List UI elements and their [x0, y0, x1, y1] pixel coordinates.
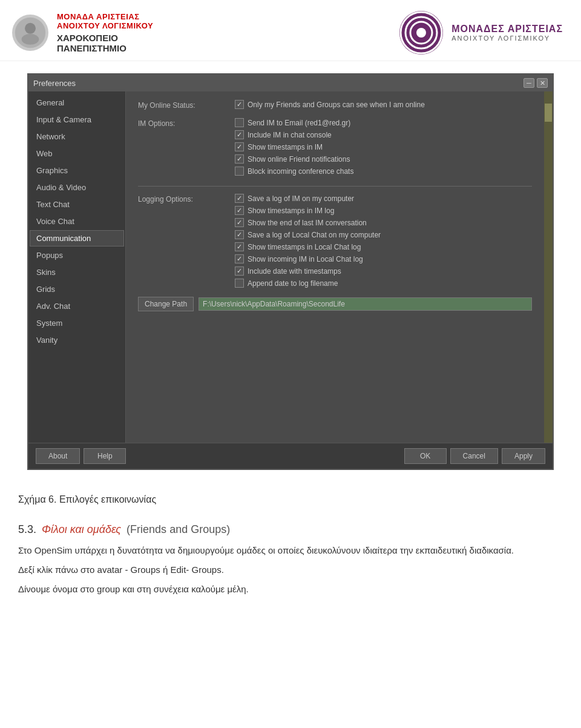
footer-right-buttons: OK Cancel Apply — [404, 448, 545, 464]
sidebar-item-audio-video[interactable]: Audio & Video — [30, 179, 124, 196]
checkbox-show-online-friend[interactable] — [235, 154, 244, 164]
sidebar-item-communication[interactable]: Communication — [30, 230, 124, 247]
dialog-title: Preferences — [33, 79, 76, 88]
online-status-section: My Online Status: Only my Friends and Gr… — [138, 100, 532, 112]
option-friends-groups-text: Only my Friends and Groups can see when … — [248, 101, 425, 109]
title-bar-buttons: ─ ✕ — [524, 78, 548, 88]
brand-line2: ΑΝΟΙΧΤΟΥ ΛΟΓΙΣΜΙΚΟΥ — [57, 21, 153, 30]
online-status-label: My Online Status: — [138, 100, 235, 110]
option-append-date-text: Append date to log filename — [248, 279, 338, 288]
brand-line1: ΜΟΝΑΔΑ ΑΡΙΣΤΕΙΑΣ — [57, 12, 153, 21]
checkbox-block-conference[interactable] — [235, 167, 244, 176]
change-path-button[interactable]: Change Path — [138, 297, 194, 311]
im-options-section: IM Options: Send IM to Email (red1@red.g… — [138, 118, 532, 179]
checkbox-show-timestamps-im[interactable] — [235, 142, 244, 151]
online-status-options: Only my Friends and Groups can see when … — [235, 100, 532, 112]
checkbox-append-date[interactable] — [235, 279, 244, 288]
sidebar-item-web[interactable]: Web — [30, 145, 124, 162]
option-include-date-text: Include date with timestamps — [248, 267, 341, 276]
option-include-date: Include date with timestamps — [235, 266, 532, 276]
close-button[interactable]: ✕ — [537, 78, 548, 88]
heading-english: (Friends and Groups) — [126, 523, 230, 535]
about-button[interactable]: About — [36, 448, 80, 464]
sidebar-item-skins[interactable]: Skins — [30, 264, 124, 280]
option-end-last-im: Show the end of last IM conversation — [235, 218, 532, 227]
right-logo — [399, 11, 443, 55]
sidebar-item-adv-chat[interactable]: Adv. Chat — [30, 298, 124, 314]
svg-point-6 — [416, 28, 426, 38]
option-block-conference-text: Block incoming conference chats — [248, 167, 353, 176]
option-save-im-log: Save a log of IM on my computer — [235, 194, 532, 203]
right-brand1: ΜΟΝΑΔΕΣ ΑΡΙΣΤΕΙΑΣ — [451, 24, 563, 35]
option-show-timestamps-im: Show timestamps in IM — [235, 142, 532, 151]
dialog-title-bar: Preferences ─ ✕ — [28, 74, 553, 91]
checkbox-friends-groups[interactable] — [235, 100, 244, 109]
option-end-last-im-text: Show the end of last IM conversation — [248, 219, 367, 227]
university-sub: ΠΑΝΕΠΙΣΤΗΜΙΟ — [57, 43, 153, 53]
logging-label: Logging Options: — [138, 194, 235, 204]
main-content: Preferences ─ ✕ General Input & Camera N… — [0, 61, 581, 482]
prefs-panel: My Online Status: Only my Friends and Gr… — [125, 91, 544, 443]
path-row: Change Path — [138, 297, 532, 311]
scroll-indicator[interactable] — [544, 91, 553, 443]
option-show-online-friend: Show online Friend notifications — [235, 154, 532, 164]
im-options-list: Send IM to Email (red1@red.gr) Include I… — [235, 118, 532, 179]
sidebar-item-network[interactable]: Network — [30, 128, 124, 145]
option-save-local-chat-text: Save a log of Local Chat on my computer — [248, 231, 381, 239]
dialog-footer: About Help OK Cancel Apply — [28, 443, 553, 469]
sidebar-item-popups[interactable]: Popups — [30, 247, 124, 263]
sidebar-item-general[interactable]: General — [30, 94, 124, 111]
sidebar-item-text-chat[interactable]: Text Chat — [30, 196, 124, 213]
help-button[interactable]: Help — [84, 448, 126, 464]
sidebar-item-graphics[interactable]: Graphics — [30, 162, 124, 179]
sidebar-item-system[interactable]: System — [30, 315, 124, 331]
left-logo — [12, 15, 48, 51]
apply-button[interactable]: Apply — [502, 448, 545, 464]
option-block-conference: Block incoming conference chats — [235, 167, 532, 176]
option-friends-groups: Only my Friends and Groups can see when … — [235, 100, 532, 109]
body-paragraph1: Στο OpenSim υπάρχει η δυνατότητα να δημι… — [18, 543, 563, 558]
checkbox-incoming-im-local[interactable] — [235, 254, 244, 263]
checkbox-include-date[interactable] — [235, 266, 244, 276]
left-header-text: ΜΟΝΑΔΑ ΑΡΙΣΤΕΙΑΣ ΑΝΟΙΧΤΟΥ ΛΟΓΙΣΜΙΚΟΥ ΧΑΡ… — [57, 12, 153, 53]
sidebar-item-input-camera[interactable]: Input & Camera — [30, 111, 124, 128]
checkbox-end-last-im[interactable] — [235, 218, 244, 227]
logging-section: Logging Options: Save a log of IM on my … — [138, 194, 532, 291]
option-send-im-email-text: Send IM to Email (red1@red.gr) — [248, 119, 350, 127]
option-include-chat-console-text: Include IM in chat console — [248, 131, 332, 139]
checkbox-save-local-chat[interactable] — [235, 230, 244, 239]
svg-point-2 — [22, 34, 39, 45]
sidebar-item-grids[interactable]: Grids — [30, 281, 124, 297]
dialog-body: General Input & Camera Network Web Graph… — [28, 91, 553, 443]
ok-button[interactable]: OK — [404, 448, 447, 464]
checkbox-timestamps-local[interactable] — [235, 242, 244, 251]
im-options-label: IM Options: — [138, 118, 235, 128]
minimize-button[interactable]: ─ — [524, 78, 534, 88]
option-show-timestamps-im-text: Show timestamps in IM — [248, 143, 323, 151]
right-header-text: ΜΟΝΑΔΕΣ ΑΡΙΣΤΕΙΑΣ ΑΝΟΙΧΤΟΥ ΛΟΓΙΣΜΙΚΟΥ — [451, 24, 563, 42]
figure-caption: Σχήμα 6. Επιλογές επικοινωνίας — [18, 494, 563, 505]
caption-area: Σχήμα 6. Επιλογές επικοινωνίας — [0, 482, 581, 523]
logging-options-list: Save a log of IM on my computer Show tim… — [235, 194, 532, 291]
svg-point-1 — [25, 23, 36, 34]
option-incoming-im-local-text: Show incoming IM in Local Chat log — [248, 255, 363, 263]
section-heading: 5.3. Φίλοι και ομάδες (Friends and Group… — [18, 523, 563, 536]
checkbox-save-im-log[interactable] — [235, 194, 244, 203]
option-save-local-chat: Save a log of Local Chat on my computer — [235, 230, 532, 239]
cancel-button[interactable]: Cancel — [450, 448, 498, 464]
university-name: ΧΑΡΟΚΟΠΕΙΟ — [57, 33, 153, 43]
section-separator — [138, 186, 532, 187]
footer-left-buttons: About Help — [36, 448, 126, 464]
checkbox-timestamps-im-log[interactable] — [235, 206, 244, 215]
option-timestamps-im-log: Show timestamps in IM log — [235, 206, 532, 215]
option-show-online-friend-text: Show online Friend notifications — [248, 155, 350, 164]
checkbox-include-chat-console[interactable] — [235, 130, 244, 139]
body-paragraph3: Δίνουμε όνομα στο group και στη συνέχεια… — [18, 582, 563, 597]
path-input[interactable] — [199, 297, 532, 311]
sidebar-item-vanity[interactable]: Vanity — [30, 332, 124, 348]
checkbox-send-im-email[interactable] — [235, 118, 244, 127]
option-incoming-im-local: Show incoming IM in Local Chat log — [235, 254, 532, 263]
option-append-date: Append date to log filename — [235, 279, 532, 288]
option-timestamps-local: Show timestamps in Local Chat log — [235, 242, 532, 251]
sidebar-item-voice-chat[interactable]: Voice Chat — [30, 213, 124, 230]
